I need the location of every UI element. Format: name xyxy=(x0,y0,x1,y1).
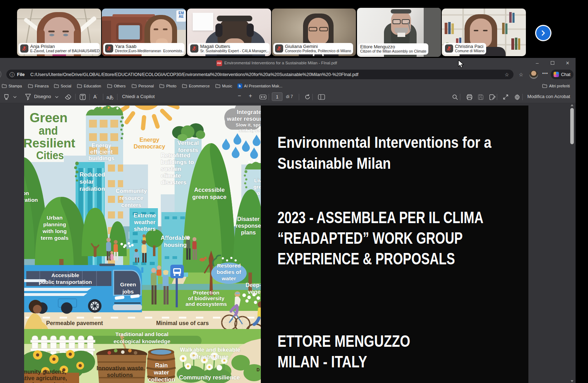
svg-text:operative agriculture,: operative agriculture, xyxy=(24,375,67,381)
svg-text:Urban: Urban xyxy=(47,215,63,221)
svg-text:Slow it, sprea: Slow it, sprea xyxy=(236,122,261,128)
svg-text:water: water xyxy=(221,275,236,281)
svg-text:housing: housing xyxy=(164,242,187,248)
svg-text:solar: solar xyxy=(79,178,94,185)
svg-text:Innovative waste: Innovative waste xyxy=(97,365,143,371)
svg-text:term goals: term goals xyxy=(41,235,68,241)
svg-text:disasters: disasters xyxy=(161,179,186,185)
svg-text:Livi: Livi xyxy=(254,177,261,183)
svg-text:Extreme: Extreme xyxy=(133,212,156,219)
svg-text:water resource: water resource xyxy=(226,115,261,122)
svg-text:Cities: Cities xyxy=(36,149,64,162)
svg-text:planning: planning xyxy=(43,221,66,227)
svg-text:Walkable and bikeable: Walkable and bikeable xyxy=(180,347,240,353)
svg-text:sink it, stor: sink it, stor xyxy=(239,128,261,133)
svg-text:green space: green space xyxy=(192,194,226,200)
svg-text:Green: Green xyxy=(120,281,136,287)
svg-text:Minimal use of cars: Minimal use of cars xyxy=(156,320,209,326)
svg-text:centers: centers xyxy=(121,202,142,208)
svg-text:Community resilience: Community resilience xyxy=(179,374,240,381)
svg-text:water: water xyxy=(153,369,169,376)
svg-text:radiation: radiation xyxy=(79,185,105,192)
svg-text:collection: collection xyxy=(148,376,175,383)
svg-text:bodies of: bodies of xyxy=(217,269,242,275)
svg-text:jobs: jobs xyxy=(122,288,134,295)
svg-text:gre: gre xyxy=(253,184,261,190)
svg-text:with long: with long xyxy=(42,228,67,234)
svg-text:ecological knowledge: ecological knowledge xyxy=(114,338,171,344)
svg-text:Democracy: Democracy xyxy=(134,143,166,150)
svg-text:Community: Community xyxy=(116,188,147,194)
svg-text:Traditional and local: Traditional and local xyxy=(115,331,169,337)
svg-text:Resilient: Resilient xyxy=(24,136,75,150)
svg-text:Protection: Protection xyxy=(193,290,219,296)
svg-text:climate: climate xyxy=(161,172,181,179)
svg-text:Permeable pavement: Permeable pavement xyxy=(46,320,103,326)
svg-text:Disaster: Disaster xyxy=(237,216,259,222)
svg-text:Retrofitted: Retrofitted xyxy=(161,152,190,158)
svg-text:and: and xyxy=(39,124,58,137)
svg-text:efficient: efficient xyxy=(90,149,113,155)
svg-text:buildings to: buildings to xyxy=(161,159,194,165)
svg-text:shelters: shelters xyxy=(134,226,155,232)
svg-text:and food sovereignty: and food sovereignty xyxy=(24,382,67,383)
svg-text:carbon: carbon xyxy=(24,190,29,196)
svg-text:Restored: Restored xyxy=(217,263,241,269)
svg-text:Integrate: Integrate xyxy=(237,109,261,115)
svg-text:Reduced: Reduced xyxy=(79,171,105,178)
svg-text:sustain: sustain xyxy=(161,166,181,172)
svg-text:Green: Green xyxy=(30,110,68,125)
svg-text:Energy: Energy xyxy=(139,136,160,143)
svg-text:D: D xyxy=(257,367,260,372)
svg-text:Accessible: Accessible xyxy=(194,187,225,193)
svg-text:buildings: buildings xyxy=(88,155,114,161)
svg-text:community gardens,: community gardens, xyxy=(24,369,66,375)
svg-text:Rain: Rain xyxy=(155,362,168,368)
svg-text:Accessible: Accessible xyxy=(51,272,79,278)
svg-text:infrastructure: infrastructure xyxy=(192,354,229,360)
svg-text:plans: plans xyxy=(241,230,256,236)
svg-text:resource: resource xyxy=(119,195,143,201)
svg-text:response: response xyxy=(236,223,261,229)
svg-text:Deep-r: Deep-r xyxy=(246,282,261,288)
svg-text:Vertical: Vertical xyxy=(177,140,199,146)
svg-text:and ecosystems: and ecosystems xyxy=(186,301,227,307)
svg-text:Energy: Energy xyxy=(92,142,112,149)
svg-text:of biodiversity: of biodiversity xyxy=(188,295,225,301)
svg-text:weather: weather xyxy=(134,219,155,225)
svg-text:veget: veget xyxy=(248,289,261,295)
svg-text:sequestration: sequestration xyxy=(24,197,38,203)
svg-text:public transportation: public transportation xyxy=(39,279,92,285)
svg-text:Affordable: Affordable xyxy=(161,234,190,241)
svg-text:solutions: solutions xyxy=(107,372,133,378)
